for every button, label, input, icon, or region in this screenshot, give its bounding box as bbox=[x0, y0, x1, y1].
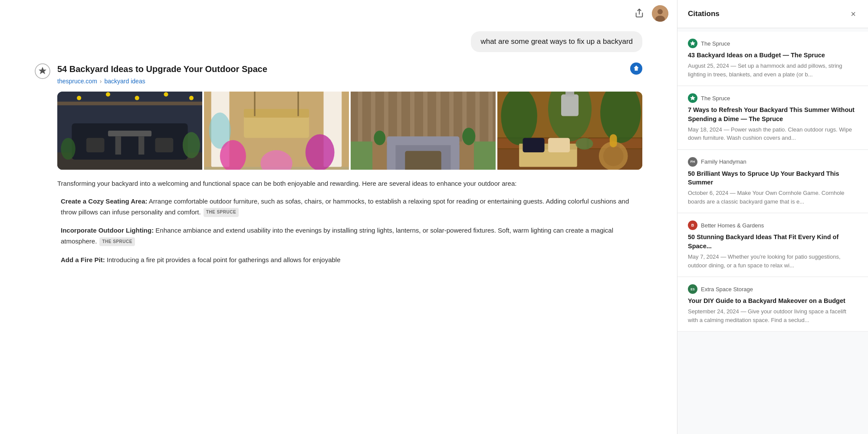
svg-rect-9 bbox=[57, 102, 202, 105]
svg-rect-41 bbox=[384, 92, 388, 141]
citation-excerpt-2: May 18, 2024 — Power wash the patio. Cle… bbox=[688, 125, 858, 142]
citation-item-1[interactable]: The Spruce 43 Backyard Ideas on a Budget… bbox=[677, 32, 868, 86]
citation-item-4[interactable]: B Better Homes & Gardens 50 Stunning Bac… bbox=[677, 214, 868, 277]
citation-item-2[interactable]: The Spruce 7 Ways to Refresh Your Backya… bbox=[677, 86, 868, 150]
citation-source-2: The Spruce bbox=[688, 93, 858, 103]
fh-favicon-3: FH bbox=[688, 157, 697, 167]
list-item-3-text: Introducing a fire pit provides a focal … bbox=[105, 256, 341, 263]
ai-response-title: 54 Backyard Ideas to Upgrade Your Outdoo… bbox=[57, 62, 642, 76]
svg-rect-48 bbox=[475, 92, 480, 141]
citation-source-3: FH Family Handyman bbox=[688, 157, 858, 167]
source-home-button[interactable] bbox=[630, 62, 642, 76]
backyard-image-2 bbox=[204, 92, 349, 170]
svg-rect-49 bbox=[488, 92, 493, 141]
citation-source-4: B Better Homes & Gardens bbox=[688, 220, 858, 230]
source-name-1: The Spruce bbox=[701, 40, 730, 47]
intro-paragraph: Transforming your backyard into a welcom… bbox=[57, 178, 642, 189]
list-item-1-body: Create a Cozy Seating Area: Arrange comf… bbox=[61, 196, 642, 218]
user-bubble: what are some great ways to fix up a bac… bbox=[471, 31, 642, 52]
svg-rect-67 bbox=[561, 95, 579, 116]
source-path-link[interactable]: backyard ideas bbox=[105, 78, 145, 85]
svg-point-74 bbox=[603, 146, 624, 166]
svg-rect-16 bbox=[115, 136, 121, 155]
backyard-image-4 bbox=[497, 92, 642, 170]
source-name-2: The Spruce bbox=[701, 95, 730, 102]
svg-rect-51 bbox=[387, 136, 460, 145]
spruce-favicon-1 bbox=[688, 39, 697, 48]
citations-title: Citations bbox=[688, 10, 720, 18]
svg-point-2 bbox=[658, 9, 663, 14]
list-item-1-heading: Create a Cozy Seating Area: bbox=[61, 197, 148, 205]
svg-rect-17 bbox=[138, 136, 144, 155]
svg-rect-76 bbox=[610, 134, 617, 147]
svg-point-20 bbox=[61, 138, 75, 160]
citation-headline-2: 7 Ways to Refresh Your Backyard This Sum… bbox=[688, 105, 858, 123]
svg-point-11 bbox=[106, 92, 110, 96]
svg-point-33 bbox=[306, 134, 335, 170]
source-name-3: Family Handyman bbox=[701, 158, 746, 165]
citation-excerpt-4: May 7, 2024 — Whether you're looking for… bbox=[688, 253, 858, 270]
svg-rect-18 bbox=[86, 138, 105, 152]
svg-rect-39 bbox=[358, 92, 362, 141]
citation-source-1: The Spruce bbox=[688, 39, 858, 48]
source-name-4: Better Homes & Gardens bbox=[701, 222, 764, 229]
svg-point-13 bbox=[164, 92, 168, 96]
svg-point-14 bbox=[189, 96, 194, 100]
svg-rect-40 bbox=[371, 92, 375, 141]
ai-response: 54 Backyard Ideas to Upgrade Your Outdoo… bbox=[35, 62, 642, 273]
ess-favicon-5: ES bbox=[688, 284, 697, 294]
citation-item-3[interactable]: FH Family Handyman 50 Brilliant Ways to … bbox=[677, 150, 868, 214]
spruce-favicon-2 bbox=[688, 93, 697, 103]
svg-rect-45 bbox=[436, 92, 441, 141]
user-message: what are some great ways to fix up a bac… bbox=[35, 31, 642, 52]
svg-point-56 bbox=[462, 128, 475, 145]
list-item-2-body: Incorporate Outdoor Lighting: Enhance am… bbox=[61, 225, 642, 247]
list-item-2: Incorporate Outdoor Lighting: Enhance am… bbox=[61, 225, 642, 247]
svg-rect-54 bbox=[405, 151, 441, 170]
source-domain-link[interactable]: thespruce.com bbox=[57, 78, 97, 85]
citation-excerpt-3: October 6, 2024 — Make Your Own Cornhole… bbox=[688, 189, 858, 206]
backyard-image-3 bbox=[351, 92, 496, 170]
citations-panel: Citations × The Spruce 43 Backyard Ideas… bbox=[677, 0, 868, 434]
avatar[interactable] bbox=[652, 5, 668, 22]
svg-rect-71 bbox=[523, 138, 544, 152]
main-chat-area: what are some great ways to fix up a bac… bbox=[0, 0, 677, 434]
citation-excerpt-5: September 24, 2024 — Give your outdoor l… bbox=[688, 307, 858, 324]
svg-point-12 bbox=[135, 96, 139, 100]
chat-content: what are some great ways to fix up a bac… bbox=[0, 27, 677, 434]
svg-rect-15 bbox=[108, 131, 151, 136]
svg-rect-68 bbox=[566, 92, 574, 97]
svg-rect-29 bbox=[244, 109, 309, 118]
citation-tag-1: THE SPRUCE bbox=[204, 208, 239, 217]
ai-content: 54 Backyard Ideas to Upgrade Your Outdoo… bbox=[57, 62, 642, 273]
svg-point-10 bbox=[77, 96, 81, 100]
svg-point-21 bbox=[183, 132, 200, 158]
citation-headline-3: 50 Brilliant Ways to Spruce Up Your Back… bbox=[688, 169, 858, 187]
svg-rect-19 bbox=[155, 138, 173, 152]
share-button[interactable] bbox=[632, 6, 647, 22]
list-item-3-body: Add a Fire Pit: Introducing a fire pit p… bbox=[61, 255, 341, 266]
list-item-3: Add a Fire Pit: Introducing a fire pit p… bbox=[61, 255, 642, 266]
top-bar bbox=[0, 0, 677, 27]
source-name-5: Extra Space Storage bbox=[701, 286, 753, 293]
svg-rect-44 bbox=[423, 92, 427, 141]
response-heading: 54 Backyard Ideas to Upgrade Your Outdoo… bbox=[57, 64, 267, 74]
response-list: Create a Cozy Seating Area: Arrange comf… bbox=[57, 196, 642, 266]
list-item-2-heading: Incorporate Outdoor Lighting: bbox=[61, 227, 154, 234]
citation-excerpt-1: August 25, 2024 — Set up a hammock and a… bbox=[688, 62, 858, 79]
citation-headline-5: Your DIY Guide to a Backyard Makeover on… bbox=[688, 296, 858, 305]
citation-item-5[interactable]: ES Extra Space Storage Your DIY Guide to… bbox=[677, 277, 868, 332]
backyard-image-1 bbox=[57, 92, 202, 170]
svg-rect-42 bbox=[397, 92, 401, 141]
ai-logo-icon bbox=[35, 63, 50, 79]
bhg-favicon-4: B bbox=[688, 220, 697, 230]
citation-headline-4: 50 Stunning Backyard Ideas That Fit Ever… bbox=[688, 233, 858, 250]
citations-header: Citations × bbox=[677, 0, 868, 28]
citations-list: The Spruce 43 Backyard Ideas on a Budget… bbox=[677, 28, 868, 434]
list-item-3-heading: Add a Fire Pit: bbox=[61, 256, 105, 263]
source-breadcrumb[interactable]: thespruce.com › backyard ideas bbox=[57, 78, 642, 85]
citations-close-button[interactable]: × bbox=[849, 8, 858, 20]
image-grid bbox=[57, 92, 642, 170]
svg-rect-28 bbox=[244, 116, 309, 138]
svg-rect-52 bbox=[387, 144, 396, 170]
